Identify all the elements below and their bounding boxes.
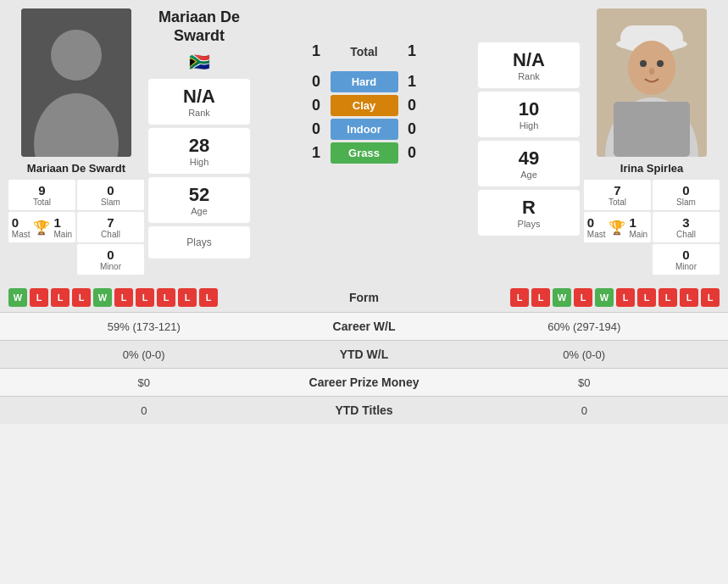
total-score-right: 1 [402,42,423,60]
form-right-badge-6: L [637,288,656,307]
player-center-left: Mariaan De Swardt 🇿🇦 N/A Rank 28 High 52… [148,8,250,275]
player-left: Mariaan De Swardt 9 Total 0 Slam 0 Mast … [8,8,144,275]
left-flag: 🇿🇦 [189,52,210,72]
clay-badge: Clay [331,95,398,116]
right-rank-label: Rank [481,71,576,81]
left-main-value: 1 [53,215,72,230]
ytd-wl-label: YTD W/L [280,348,449,361]
grass-score-right: 0 [402,144,423,162]
prize-money-left: $0 [8,376,280,389]
player-right-stats-grid: 7 Total 0 Slam 0 Mast 🏆 1 Main [584,180,720,275]
indoor-score-right: 0 [402,120,423,138]
clay-score-left: 0 [306,97,327,114]
right-chall-label: Chall [654,230,718,239]
total-label: Total [331,45,398,58]
form-right-badge-9: L [701,288,720,307]
form-right-badge-7: L [659,288,677,307]
form-left-badge-6: L [136,288,154,307]
left-high-box: 28 High [148,128,250,174]
form-left-badge-1: L [30,288,48,307]
indoor-score-left: 0 [306,120,327,138]
prize-money-label: Career Prize Money [280,375,449,389]
left-slam-label: Slam [79,197,142,207]
form-right-badge-5: L [616,288,635,307]
left-minor-value: 0 [79,248,142,262]
svg-point-8 [657,60,664,67]
form-section: WLLLWLLLLL Form LLWLWLLLLL [0,283,728,312]
right-total-label: Total [586,197,649,207]
ytd-titles-row: 0 YTD Titles 0 [0,396,728,424]
middle-section: 1 Total 1 0 Hard 1 0 Clay 0 0 Indoor 0 1 [254,8,474,275]
left-minor-label: Minor [79,262,142,271]
left-total-label: Total [10,197,74,207]
career-wl-right: 60% (297-194) [449,320,720,333]
ytd-wl-left: 0% (0-0) [8,348,280,361]
right-minor-label: Minor [654,262,718,271]
grass-score-left: 1 [306,144,327,162]
right-plays-value: R [481,197,576,219]
left-mast-value: 0 [12,215,31,230]
grass-row: 1 Grass 0 [254,142,474,164]
right-minor-value: 0 [654,248,718,262]
right-chall-cell: 3 Chall [653,212,720,242]
svg-point-9 [649,68,654,75]
left-high-value: 28 [152,135,247,157]
indoor-row: 0 Indoor 0 [254,119,474,140]
indoor-badge: Indoor [331,119,398,140]
right-age-value: 49 [481,147,576,170]
form-left-badge-4: W [93,288,112,307]
ytd-titles-right: 0 [449,404,720,417]
total-row: 1 Total 1 [254,42,474,60]
form-right-badge-4: W [595,288,614,307]
right-mast-value: 0 [587,215,606,230]
left-plays-box: Plays [148,226,250,259]
right-high-label: High [481,120,576,131]
left-total-value: 9 [10,183,74,197]
left-rank-box: N/A Rank [148,79,250,125]
hard-row: 0 Hard 1 [254,71,474,92]
right-mast-label: Mast [587,230,606,239]
form-label: Form [314,291,415,304]
prize-money-right: $0 [449,376,720,389]
left-slam-cell: 0 Slam [77,180,144,210]
right-total-value: 7 [586,183,649,197]
left-mast-value-wrap: 0 Mast [12,215,31,239]
form-right: LLWLWLLLLL [419,288,720,307]
right-mast-value-wrap: 0 Mast [587,215,606,239]
left-age-box: 52 Age [148,177,250,223]
form-left-badge-7: L [157,288,175,307]
trophy-icon: 🏆 [33,220,50,236]
right-main-label: Main [629,230,647,239]
right-plays-label: Plays [481,219,576,229]
left-main-label: Main [53,230,72,239]
left-rank-label: Rank [152,108,247,118]
right-high-box: 10 High [478,92,580,137]
right-slam-cell: 0 Slam [653,180,720,210]
left-total-cell: 9 Total [8,180,75,210]
left-chall-label: Chall [79,230,142,239]
form-right-badge-8: L [680,288,698,307]
ytd-titles-label: YTD Titles [280,403,449,417]
right-age-box: 49 Age [478,141,580,186]
form-left-badge-8: L [178,288,197,307]
right-main-value-wrap: 1 Main [629,215,647,239]
player-right-name: Irina Spirlea [620,162,683,175]
form-left-badge-2: L [51,288,69,307]
right-main-value: 1 [629,215,647,230]
player-left-stats-grid: 9 Total 0 Slam 0 Mast 🏆 1 Main [8,180,144,275]
ytd-wl-row: 0% (0-0) YTD W/L 0% (0-0) [0,340,728,368]
player-right-photo [597,8,707,157]
player-center-right: N/A Rank 10 High 49 Age R Plays [478,42,580,275]
right-slam-value: 0 [654,183,718,197]
stats-rows: 59% (173-121) Career W/L 60% (297-194) 0… [0,312,728,424]
prize-money-row: $0 Career Prize Money $0 [0,368,728,396]
form-right-badge-3: L [574,288,592,307]
svg-point-7 [640,60,647,67]
right-high-value: 10 [481,98,576,120]
right-age-label: Age [481,170,576,180]
form-left-badge-0: W [8,288,27,307]
svg-rect-11 [614,102,690,157]
right-total-cell: 7 Total [584,180,651,210]
career-wl-left: 59% (173-121) [8,320,280,333]
left-chall-value: 7 [79,215,142,230]
